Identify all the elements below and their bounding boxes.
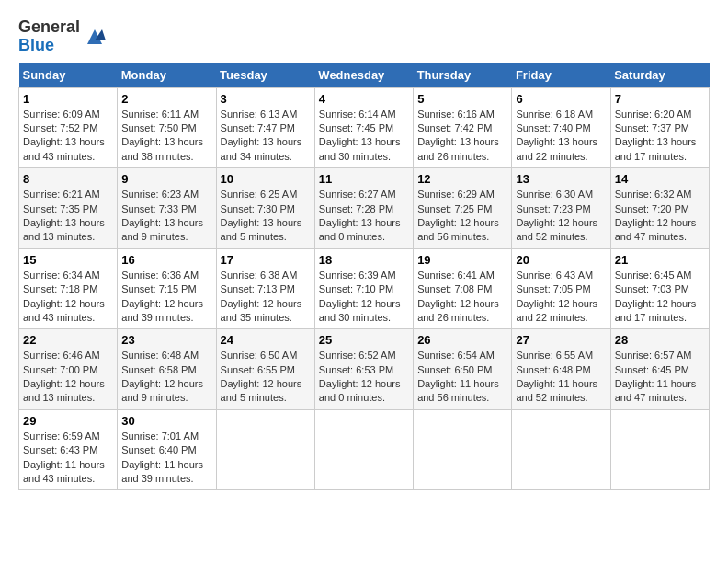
sunset-label: Sunset: 6:58 PM [121,364,196,375]
daylight-label: Daylight: 12 hours and 13 minutes. [23,378,105,403]
sunset-label: Sunset: 7:10 PM [319,283,393,294]
weekday-header-saturday: Saturday [610,63,709,88]
sunrise-label: Sunrise: 6:21 AM [23,189,100,200]
sunrise-label: Sunrise: 6:59 AM [23,431,100,442]
day-number: 28 [615,333,705,347]
daylight-label: Daylight: 12 hours and 47 minutes. [615,217,697,242]
day-info: Sunrise: 6:45 AM Sunset: 7:03 PM Dayligh… [615,269,705,326]
calendar-cell: 19 Sunrise: 6:41 AM Sunset: 7:08 PM Dayl… [414,248,512,329]
sunrise-label: Sunrise: 6:46 AM [23,350,100,361]
day-info: Sunrise: 6:25 AM Sunset: 7:30 PM Dayligh… [221,188,311,245]
daylight-label: Daylight: 13 hours and 22 minutes. [516,136,597,161]
day-info: Sunrise: 6:54 AM Sunset: 6:50 PM Dayligh… [417,349,507,406]
daylight-label: Daylight: 13 hours and 13 minutes. [23,217,105,242]
sunset-label: Sunset: 7:50 PM [121,122,196,133]
daylight-label: Daylight: 13 hours and 5 minutes. [221,217,302,242]
sunrise-label: Sunrise: 6:29 AM [417,189,495,200]
calendar-cell [314,409,413,490]
sunset-label: Sunset: 7:23 PM [516,203,590,214]
day-number: 13 [516,172,606,186]
day-number: 30 [121,414,211,428]
day-number: 16 [121,253,211,267]
weekday-header-wednesday: Wednesday [314,63,413,88]
logo-text: General Blue [18,18,80,55]
weekday-header-thursday: Thursday [414,63,512,88]
week-row-1: 1 Sunrise: 6:09 AM Sunset: 7:52 PM Dayli… [19,87,710,168]
calendar-cell: 16 Sunrise: 6:36 AM Sunset: 7:15 PM Dayl… [118,248,216,329]
sunrise-label: Sunrise: 6:11 AM [121,109,199,120]
calendar-cell [414,409,512,490]
sunset-label: Sunset: 6:45 PM [615,364,689,375]
sunrise-label: Sunrise: 6:30 AM [516,189,593,200]
calendar-cell: 23 Sunrise: 6:48 AM Sunset: 6:58 PM Dayl… [118,329,216,410]
day-info: Sunrise: 6:20 AM Sunset: 7:37 PM Dayligh… [615,108,705,165]
day-number: 15 [23,253,113,267]
weekday-header-friday: Friday [512,63,610,88]
day-number: 7 [615,92,705,106]
daylight-label: Daylight: 12 hours and 30 minutes. [319,298,401,323]
calendar-cell: 15 Sunrise: 6:34 AM Sunset: 7:18 PM Dayl… [19,248,118,329]
sunrise-label: Sunrise: 6:55 AM [516,350,593,361]
sunset-label: Sunset: 6:50 PM [417,364,492,375]
daylight-label: Daylight: 11 hours and 56 minutes. [417,378,499,403]
sunset-label: Sunset: 7:13 PM [221,283,295,294]
day-number: 5 [417,92,507,106]
sunset-label: Sunset: 7:03 PM [615,283,689,294]
logo-general: General [18,17,80,36]
day-number: 26 [417,333,507,347]
sunrise-label: Sunrise: 6:57 AM [615,350,692,361]
day-info: Sunrise: 6:14 AM Sunset: 7:45 PM Dayligh… [319,108,409,165]
sunset-label: Sunset: 7:47 PM [221,122,295,133]
sunrise-label: Sunrise: 6:50 AM [221,350,298,361]
daylight-label: Daylight: 11 hours and 52 minutes. [516,378,597,403]
weekday-header-sunday: Sunday [19,63,118,88]
day-info: Sunrise: 6:57 AM Sunset: 6:45 PM Dayligh… [615,349,705,406]
daylight-label: Daylight: 12 hours and 56 minutes. [417,217,499,242]
sunset-label: Sunset: 7:33 PM [121,203,196,214]
logo: General Blue [18,18,106,55]
calendar-cell: 5 Sunrise: 6:16 AM Sunset: 7:42 PM Dayli… [414,87,512,168]
daylight-label: Daylight: 13 hours and 43 minutes. [23,136,105,161]
day-number: 10 [221,172,311,186]
daylight-label: Daylight: 12 hours and 9 minutes. [121,378,203,403]
calendar-cell: 9 Sunrise: 6:23 AM Sunset: 7:33 PM Dayli… [118,168,216,249]
sunrise-label: Sunrise: 6:52 AM [319,350,396,361]
logo-blue: Blue [18,36,54,54]
day-number: 14 [615,172,705,186]
sunset-label: Sunset: 7:00 PM [23,364,97,375]
sunset-label: Sunset: 7:28 PM [319,203,393,214]
sunset-label: Sunset: 7:35 PM [23,203,97,214]
daylight-label: Daylight: 11 hours and 39 minutes. [121,459,203,484]
day-info: Sunrise: 6:43 AM Sunset: 7:05 PM Dayligh… [516,269,606,326]
sunrise-label: Sunrise: 6:20 AM [615,109,692,120]
calendar-cell: 11 Sunrise: 6:27 AM Sunset: 7:28 PM Dayl… [314,168,413,249]
sunset-label: Sunset: 6:40 PM [121,444,196,455]
weekday-header-row: SundayMondayTuesdayWednesdayThursdayFrid… [19,63,710,88]
daylight-label: Daylight: 12 hours and 22 minutes. [516,298,597,323]
day-info: Sunrise: 6:52 AM Sunset: 6:53 PM Dayligh… [319,349,409,406]
calendar-cell: 26 Sunrise: 6:54 AM Sunset: 6:50 PM Dayl… [414,329,512,410]
day-number: 3 [221,92,311,106]
calendar-cell [512,409,610,490]
day-number: 22 [23,333,113,347]
daylight-label: Daylight: 13 hours and 0 minutes. [319,217,401,242]
calendar-cell: 18 Sunrise: 6:39 AM Sunset: 7:10 PM Dayl… [314,248,413,329]
sunrise-label: Sunrise: 6:23 AM [121,189,199,200]
day-info: Sunrise: 6:29 AM Sunset: 7:25 PM Dayligh… [417,188,507,245]
calendar-cell [610,409,709,490]
daylight-label: Daylight: 13 hours and 34 minutes. [221,136,302,161]
calendar-cell: 14 Sunrise: 6:32 AM Sunset: 7:20 PM Dayl… [610,168,709,249]
day-info: Sunrise: 6:50 AM Sunset: 6:55 PM Dayligh… [221,349,311,406]
sunrise-label: Sunrise: 6:09 AM [23,109,100,120]
day-number: 23 [121,333,211,347]
day-info: Sunrise: 6:21 AM Sunset: 7:35 PM Dayligh… [23,188,113,245]
sunrise-label: Sunrise: 6:25 AM [221,189,298,200]
calendar-cell: 7 Sunrise: 6:20 AM Sunset: 7:37 PM Dayli… [610,87,709,168]
day-info: Sunrise: 6:11 AM Sunset: 7:50 PM Dayligh… [121,108,211,165]
day-info: Sunrise: 7:01 AM Sunset: 6:40 PM Dayligh… [121,430,211,487]
calendar-cell: 29 Sunrise: 6:59 AM Sunset: 6:43 PM Dayl… [19,409,118,490]
sunset-label: Sunset: 7:05 PM [516,283,590,294]
day-number: 17 [221,253,311,267]
day-number: 12 [417,172,507,186]
logo-icon [84,26,106,48]
